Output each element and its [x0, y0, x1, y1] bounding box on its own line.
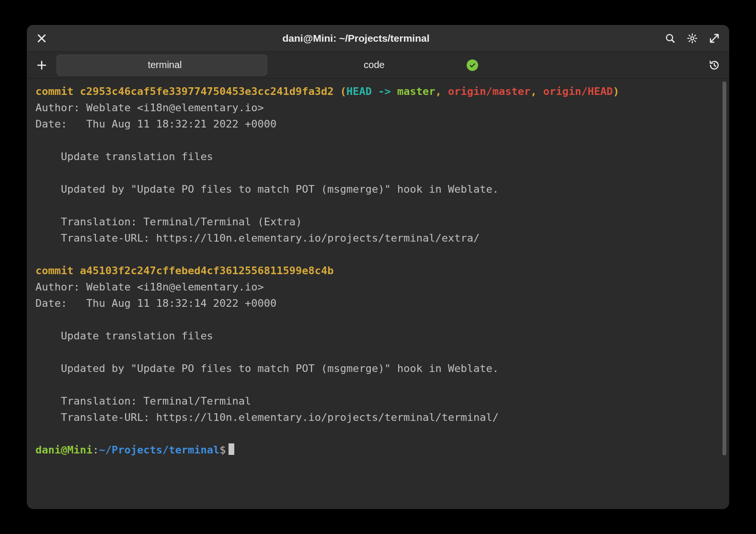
ref-remote: origin/master: [448, 85, 530, 97]
gear-icon: [687, 33, 698, 44]
scrollbar-thumb[interactable]: [722, 81, 726, 455]
tab-code[interactable]: code: [274, 55, 485, 76]
commit-hash: a45103f2c247cffebed4cf3612556811599e8c4b: [80, 265, 334, 277]
prompt-path: ~/Projects/terminal: [99, 444, 219, 456]
scrollbar[interactable]: [722, 81, 727, 506]
settings-button[interactable]: [684, 30, 700, 46]
ref-local: master: [397, 85, 435, 97]
commit-author: Author: Weblate <i18n@elementary.io>: [35, 102, 264, 114]
ref-sep: ,: [435, 85, 448, 97]
commit-body-line: Translation: Terminal/Terminal (Extra): [35, 216, 302, 228]
prompt-symbol: $: [219, 444, 226, 456]
cursor: [229, 443, 234, 455]
refs-open: (: [334, 85, 347, 97]
tab-label: code: [281, 59, 478, 70]
maximize-button[interactable]: [706, 30, 722, 46]
commit-body-line: Update translation files: [35, 151, 213, 163]
commit-body-line: Updated by "Update PO files to match POT…: [35, 362, 499, 374]
tab-terminal[interactable]: terminal: [57, 55, 267, 76]
ref-head: HEAD ->: [346, 85, 397, 97]
commit-hash: c2953c46caf5fe339774750453e3cc241d9fa3d2: [80, 85, 334, 97]
history-button[interactable]: [706, 57, 722, 73]
terminal-window: dani@Mini: ~/Projects/terminal terminal …: [27, 25, 729, 509]
terminal-body: commit c2953c46caf5fe339774750453e3cc241…: [27, 79, 729, 509]
tabbar: terminal code: [27, 52, 729, 79]
terminal-output[interactable]: commit c2953c46caf5fe339774750453e3cc241…: [27, 79, 722, 509]
prompt-user-host: dani@Mini: [35, 444, 92, 456]
commit-date: Date: Thu Aug 11 18:32:21 2022 +0000: [35, 118, 276, 130]
commit-author: Author: Weblate <i18n@elementary.io>: [35, 281, 264, 293]
titlebar: dani@Mini: ~/Projects/terminal: [27, 25, 729, 52]
refs-close: ): [613, 85, 619, 97]
commit-body-line: Update translation files: [35, 330, 213, 342]
commit-body-line: Translate-URL: https://l10n.elementary.i…: [35, 232, 480, 244]
commit-body-line: Translation: Terminal/Terminal: [35, 395, 251, 407]
tab-label: terminal: [80, 59, 261, 70]
svg-point-1: [691, 36, 694, 39]
commit-body-line: Translate-URL: https://l10n.elementary.i…: [35, 411, 499, 423]
history-icon: [709, 59, 720, 71]
window-title: dani@Mini: ~/Projects/terminal: [56, 33, 656, 44]
commit-body-line: Updated by "Update PO files to match POT…: [35, 183, 499, 195]
tab-success-badge: [467, 59, 478, 71]
check-icon: [469, 61, 476, 69]
commit-label: commit: [35, 85, 80, 97]
tab-close-button[interactable]: [63, 60, 74, 70]
expand-icon: [709, 33, 720, 44]
plus-icon: [36, 59, 47, 71]
close-icon: [36, 33, 47, 44]
commit-date: Date: Thu Aug 11 18:32:14 2022 +0000: [35, 297, 276, 309]
new-tab-button[interactable]: [34, 57, 50, 73]
ref-remote: origin/HEAD: [543, 85, 613, 97]
close-icon: [63, 60, 74, 70]
prompt-sep: :: [92, 444, 99, 456]
commit-label: commit: [35, 265, 80, 277]
ref-sep: ,: [530, 85, 543, 97]
window-close-button[interactable]: [34, 30, 50, 46]
search-icon: [664, 33, 676, 44]
search-button[interactable]: [662, 30, 678, 46]
